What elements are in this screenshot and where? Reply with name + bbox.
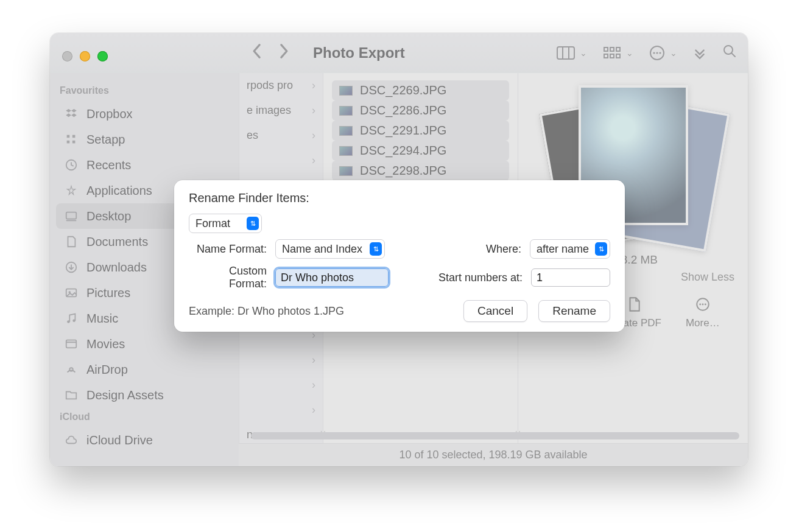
svg-point-34 [705,304,706,306]
folder-item[interactable]: › [239,373,323,397]
folder-item-label: es [247,129,258,142]
more-actions-label: More… [686,317,720,329]
file-row[interactable]: DSC_2269.JPG [332,80,509,100]
search-icon[interactable] [722,44,737,62]
actions-menu-caret-icon[interactable]: ⌄ [670,48,677,58]
select-caret-icon [595,242,607,256]
svg-rect-6 [604,54,608,58]
image-thumbnail-icon [339,86,353,96]
sidebar-item-label: Pictures [86,286,130,300]
image-thumbnail-icon [339,166,353,176]
sidebar-item-label: iCloud Drive [86,433,153,447]
svg-rect-8 [616,54,620,58]
nav-forward-button[interactable] [279,43,290,63]
grid-view-icon[interactable] [603,46,621,60]
chevron-right-icon: › [312,354,315,366]
sidebar-item-design-assets[interactable]: Design Assets [56,382,233,408]
where-label: Where: [486,243,521,256]
minimize-button[interactable] [80,51,90,61]
window-controls [62,51,108,61]
view-columns-icon[interactable] [557,46,575,60]
sidebar-item-movies[interactable]: Movies [56,331,233,357]
svg-point-26 [72,319,76,322]
file-row[interactable]: DSC_2286.JPG [332,100,509,121]
file-name: DSC_2298.JPG [360,164,446,178]
sidebar-item-label: Design Assets [86,388,164,402]
mode-select-value: Format [195,217,230,230]
folder-icon [63,387,79,403]
name-format-label: Name Format: [189,243,267,256]
status-text: 10 of 10 selected, 198.19 GB available [399,449,587,461]
document-icon [626,296,642,312]
sidebar-item-label: Documents [86,235,148,249]
folder-item[interactable]: › [239,397,323,422]
folder-item[interactable]: e images› [239,98,323,123]
rename-button[interactable]: Rename [538,300,610,322]
movies-icon [63,336,79,352]
view-columns-caret-icon[interactable]: ⌄ [580,48,587,58]
down-icon [63,259,79,275]
sidebar-item-label: Music [86,312,118,326]
folder-item[interactable]: es› [239,123,323,148]
where-value: after name [537,243,589,256]
toolbar-overflow-icon[interactable] [693,46,706,60]
file-row[interactable]: DSC_2294.JPG [332,141,509,161]
folder-item[interactable]: rpods pro› [239,73,323,98]
sidebar-item-setapp[interactable]: Setapp [56,127,233,152]
cloud-icon [63,432,79,448]
sidebar-item-label: Downloads [86,261,147,275]
chevron-right-icon: › [312,154,315,167]
svg-point-12 [659,52,661,54]
dialog-title: Rename Finder Items: [189,191,610,205]
folder-item[interactable]: › [239,348,323,373]
svg-rect-27 [66,340,77,348]
svg-line-14 [731,53,735,57]
start-numbers-input[interactable] [531,268,610,287]
svg-rect-4 [610,47,614,51]
svg-rect-0 [557,47,574,59]
name-format-select[interactable]: Name and Index [275,239,385,259]
chevron-right-icon: › [312,104,315,117]
sidebar-group-heading: iCloud [56,408,233,427]
sidebar-item-airdrop[interactable]: AirDrop [56,357,233,382]
show-less-button[interactable]: Show Less [681,271,734,284]
file-name: DSC_2294.JPG [360,144,446,158]
horizontal-scrollbar[interactable] [251,432,739,439]
select-caret-icon [247,217,259,230]
sidebar-item-recents[interactable]: Recents [56,152,233,178]
docs-icon [63,234,79,250]
sidebar-item-dropbox[interactable]: Dropbox [56,101,233,127]
close-button[interactable] [62,51,72,61]
desktop-icon [63,208,79,224]
select-caret-icon [370,242,382,256]
svg-rect-20 [66,212,77,219]
recents-icon [63,157,79,173]
grid-view-caret-icon[interactable]: ⌄ [626,48,633,58]
sidebar-item-label: Desktop [86,209,131,223]
file-row[interactable]: DSC_2291.JPG [332,121,509,141]
file-name: DSC_2286.JPG [360,103,446,117]
sidebar-item-icloud-drive[interactable]: iCloud Drive [56,427,233,453]
svg-rect-7 [610,54,614,58]
folder-item-label: rpods pro [247,79,293,92]
svg-rect-17 [67,141,70,144]
image-thumbnail-icon [339,126,353,136]
start-numbers-label: Start numbers at: [438,271,523,284]
nav-back-button[interactable] [251,43,262,63]
file-row[interactable]: DSC_2298.JPG [332,161,509,181]
maximize-button[interactable] [97,51,108,61]
sidebar-item-label: Applications [86,184,152,198]
actions-menu-icon[interactable] [649,45,665,61]
toolbar: Photo Export ⌄ ⌄ ⌄ [50,33,748,73]
airdrop-icon [63,362,79,377]
where-select[interactable]: after name [530,239,610,259]
more-actions[interactable]: More… [686,296,720,329]
mode-select[interactable]: Format [189,214,262,233]
folder-item[interactable]: › [239,148,323,173]
svg-rect-16 [72,135,76,138]
name-format-value: Name and Index [282,243,362,256]
folder-item-label: e images [247,104,291,117]
sidebar-item-label: Recents [86,158,131,172]
custom-format-input[interactable] [275,268,389,287]
cancel-button[interactable]: Cancel [463,300,527,322]
